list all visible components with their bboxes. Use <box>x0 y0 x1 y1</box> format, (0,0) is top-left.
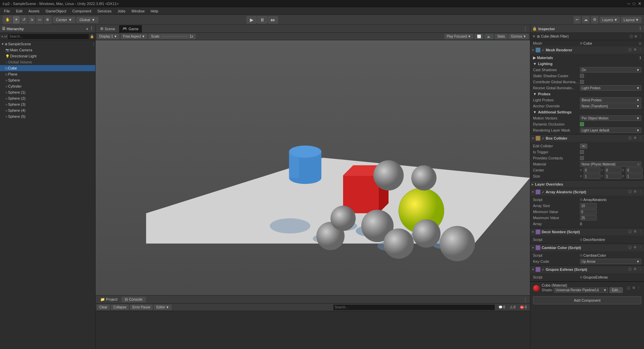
aspect-dropdown[interactable]: Free Aspect ▼ <box>121 34 147 39</box>
game-tab[interactable]: 🎮 Game <box>119 25 142 33</box>
hand-tool[interactable]: ✋ <box>3 16 12 23</box>
decir-nombre-settings-btn[interactable]: ⚙ <box>633 230 637 234</box>
scene-tab[interactable]: ⊞ Scene <box>97 25 118 33</box>
array-script-settings-btn[interactable]: ⚙ <box>633 190 637 194</box>
hierarchy-add-icon[interactable]: + <box>86 27 88 31</box>
menu-services[interactable]: Services <box>95 8 114 14</box>
pivot-toggle[interactable]: Center ▼ <box>53 17 75 23</box>
console-tab[interactable]: ⊟ Console <box>121 297 146 302</box>
menu-window[interactable]: Window <box>129 8 147 14</box>
size-x-field[interactable]: 1 <box>584 173 600 179</box>
mesh-filter-info-icon[interactable]: ⓘ <box>630 34 633 39</box>
cambiar-color-settings-btn[interactable]: ⚙ <box>633 245 637 250</box>
hierarchy-item-cylinder[interactable]: ○ Cylinder <box>0 83 95 89</box>
cloud-btn[interactable]: ☁ <box>582 16 590 23</box>
hierarchy-item-samplescene[interactable]: ▼ ⊕ SampleScene ⋮ <box>0 41 95 47</box>
anchor-override-dropdown[interactable]: None (Transform) ▼ <box>580 103 641 109</box>
rotate-tool[interactable]: ↺ <box>20 16 28 23</box>
error-count[interactable]: ⛔ 0 <box>518 305 529 309</box>
hierarchy-lock-icon[interactable]: 🔒 <box>90 35 94 38</box>
grupos-esferas-more-btn[interactable]: ⋮ <box>638 267 643 272</box>
hierarchy-item-plane[interactable]: □ Plane <box>0 71 95 77</box>
hierarchy-item-sphere-2[interactable]: ○ Sphere (2) <box>0 95 95 101</box>
layout-dropdown[interactable]: Layout ▼ <box>621 17 641 23</box>
hierarchy-item-sphere-1[interactable]: ○ Sphere (1) <box>0 89 95 95</box>
global-toggle[interactable]: Global ▼ <box>76 17 98 23</box>
console-more-icon[interactable]: ⋮ <box>522 297 529 302</box>
mesh-renderer-info-btn[interactable]: ⓘ <box>628 48 632 52</box>
materials-section[interactable]: ▶ Materials 1 <box>530 55 644 61</box>
dynamic-occlusion-checkbox[interactable]: ✓ <box>580 122 584 126</box>
hierarchy-item-directional-light[interactable]: 💡 Directional Light <box>0 53 95 59</box>
hierarchy-menu-icon[interactable]: ☰ <box>2 27 5 31</box>
collapse-button[interactable]: Collapse <box>111 305 129 310</box>
view-menu-icon[interactable]: ⋮ <box>522 27 529 31</box>
size-z-field[interactable]: 1 <box>626 173 643 179</box>
hierarchy-item-main-camera[interactable]: 📷 Main Camera <box>0 47 95 53</box>
error-pause-button[interactable]: Error Pause <box>130 305 153 310</box>
mesh-filter-settings-icon[interactable]: ⚙ <box>634 35 637 38</box>
project-tab[interactable]: 📁 Project <box>97 297 121 302</box>
cambiar-color-more-btn[interactable]: ⋮ <box>638 245 643 250</box>
gizmos-dropdown[interactable]: Gizmos ▼ <box>508 34 529 39</box>
key-code-dropdown[interactable]: Up Arrow ▼ <box>580 259 641 264</box>
hierarchy-search[interactable] <box>8 34 89 40</box>
probes-section[interactable]: ▼ Probes <box>530 91 644 97</box>
lighting-section[interactable]: ▼ Lighting <box>530 61 644 67</box>
material-info-btn[interactable]: ⓘ <box>626 286 631 291</box>
menu-help[interactable]: Help <box>148 8 161 14</box>
center-z-field[interactable]: 0 <box>626 167 643 173</box>
scale-slider[interactable] <box>161 36 188 37</box>
light-probes-dropdown[interactable]: Blend Probes ▼ <box>580 97 641 103</box>
hierarchy-item-sphere-4[interactable]: ○ Sphere (4) <box>0 107 95 113</box>
warning-count[interactable]: ⚠ 0 <box>508 305 518 309</box>
box-collider-header[interactable]: ▼ ✓ Box Collider ⓘ ⚙ ⋮ <box>530 135 644 142</box>
cambiar-color-info-btn[interactable]: ⓘ <box>628 245 632 250</box>
shader-dropdown[interactable]: Universal Render Pipeline/Lit ▼ <box>554 288 608 293</box>
center-y-field[interactable]: 0 <box>605 167 622 173</box>
close-btn[interactable]: ✕ <box>638 1 641 6</box>
play-button[interactable]: ▶ <box>247 16 257 23</box>
settings-btn[interactable]: ⚙ <box>591 16 598 23</box>
scale-control[interactable]: Scale 1x <box>149 34 196 39</box>
edit-material-btn[interactable]: Edit... <box>609 287 623 293</box>
hierarchy-item-sphere-3[interactable]: ○ Sphere (3) <box>0 101 95 107</box>
editor-dropdown[interactable]: Editor ▼ <box>154 305 171 310</box>
clear-button[interactable]: Clear <box>97 305 110 310</box>
console-search[interactable] <box>333 304 495 310</box>
center-x-field[interactable]: 0 <box>584 167 600 173</box>
min-value-field[interactable]: 0 <box>580 209 597 214</box>
additional-settings-section[interactable]: ▼ Additional Settings <box>530 109 644 115</box>
edit-collider-btn[interactable]: ✏ <box>580 144 587 149</box>
inspector-lock-icon[interactable]: 🔒 <box>532 27 537 31</box>
add-component-button[interactable]: Add Component <box>533 296 641 304</box>
scene-more-icon[interactable]: ⋮ <box>92 42 95 46</box>
mesh-renderer-more-btn[interactable]: ⋮ <box>638 48 643 52</box>
hierarchy-item-global-volume[interactable]: ○ Global Volume <box>0 59 95 65</box>
motion-vectors-dropdown[interactable]: Per Object Motion ▼ <box>580 115 641 121</box>
decir-nombre-more-btn[interactable]: ⋮ <box>638 230 643 234</box>
layer-overrides-header[interactable]: ▶ Layer Overrides <box>530 181 644 188</box>
array-script-info-btn[interactable]: ⓘ <box>628 190 632 194</box>
inspector-more-icon[interactable]: ⋮ <box>638 27 642 31</box>
stats-btn[interactable]: Stats <box>495 34 507 39</box>
hierarchy-item-sphere[interactable]: ○ Sphere <box>0 77 95 83</box>
message-count[interactable]: 💬 0 <box>496 305 507 309</box>
array-script-header[interactable]: ▼ ✓ Array Aleatorio (Script) ⓘ ⚙ ⋮ <box>530 188 644 196</box>
provides-contacts-checkbox[interactable] <box>580 156 584 160</box>
receive-gi-dropdown[interactable]: Light Probes ▼ <box>580 85 641 91</box>
play-focused-dropdown[interactable]: Play Focused ▼ <box>444 34 474 39</box>
undo-history-btn[interactable]: ↩ <box>574 16 581 23</box>
menu-gameobject[interactable]: GameObject <box>43 8 69 14</box>
mesh-renderer-settings-btn[interactable]: ⚙ <box>633 48 637 52</box>
hierarchy-item-cube[interactable]: □ Cube <box>0 65 95 71</box>
menu-file[interactable]: File <box>1 8 13 14</box>
material-settings-btn[interactable]: ⚙ <box>632 286 636 291</box>
grupos-esferas-settings-btn[interactable]: ⚙ <box>633 267 637 272</box>
rendering-layer-dropdown[interactable]: Light Layer default ▼ <box>580 128 641 133</box>
display-dropdown[interactable]: Display 1 ▼ <box>97 34 119 39</box>
collider-material-dropdown[interactable]: None (Physic Material) ⊙ <box>580 161 641 167</box>
decir-nombre-info-btn[interactable]: ⓘ <box>628 230 632 234</box>
cambiar-color-header[interactable]: ▼ Cambiar Color (Script) ⓘ ⚙ ⋮ <box>530 244 644 251</box>
static-shadow-checkbox[interactable] <box>580 74 584 78</box>
